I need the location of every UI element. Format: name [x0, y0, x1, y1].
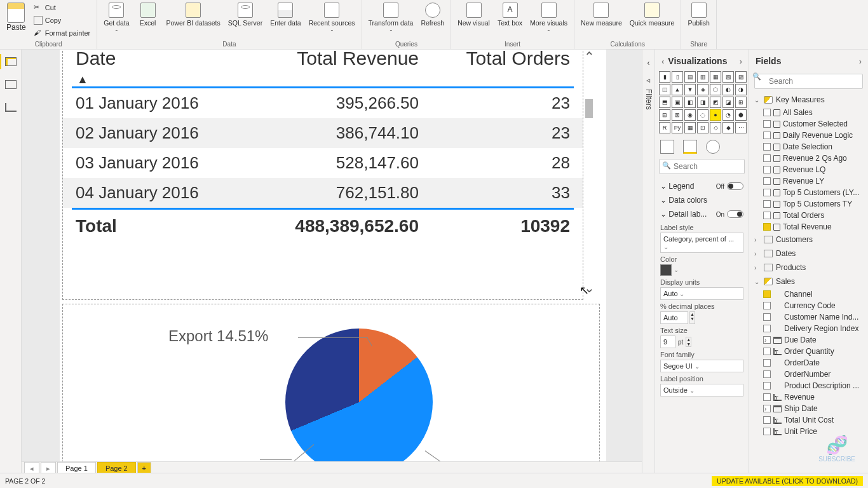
viz-type-icon[interactable]: ⊠ — [672, 109, 683, 121]
viz-type-icon[interactable]: ◑ — [735, 84, 747, 95]
viz-type-icon[interactable]: ◈ — [697, 84, 709, 95]
detail-labels-section[interactable]: ⌄ Detail lab...On — [660, 207, 743, 221]
fields-group-customers[interactable]: ›Customers — [752, 233, 865, 247]
table-row[interactable]: 01 January 2016395,266.5023 — [63, 88, 583, 118]
viz-type-icon[interactable]: ▦ — [684, 122, 696, 133]
data-view-button[interactable] — [3, 76, 19, 93]
fields-search-input[interactable] — [754, 74, 863, 89]
checkbox[interactable] — [763, 393, 771, 401]
fields-group-key_measures[interactable]: ⌄Key Measures — [752, 93, 865, 107]
checkbox[interactable] — [763, 348, 771, 355]
field-item[interactable]: Date Selection — [752, 141, 865, 152]
transform-data-button[interactable]: Transform data⌄ — [366, 1, 416, 34]
quick-measure-button[interactable]: Quick measure — [627, 1, 677, 28]
viz-type-icon[interactable]: ⊟ — [659, 109, 670, 121]
field-item[interactable]: OrderDate — [752, 357, 865, 369]
viz-type-icon[interactable]: ▦ — [710, 71, 721, 83]
field-item[interactable]: Daily Revenue Logic — [752, 130, 865, 141]
fields-group-products[interactable]: ›Products — [752, 261, 865, 274]
text-size-input[interactable]: 9 — [660, 336, 675, 348]
filters-collapsed[interactable]: ‹ ▿ Filters — [642, 50, 654, 473]
viz-type-icon[interactable]: ◨ — [697, 97, 709, 108]
field-item[interactable]: Currency Code — [752, 300, 865, 311]
tab-page2[interactable]: Page 2 — [97, 462, 136, 473]
report-page[interactable]: Date Total Revenue Total Orders ▲ 01 Jan… — [60, 50, 606, 461]
col-revenue[interactable]: Total Revenue — [241, 50, 419, 69]
recent-sources-button[interactable]: Recent sources⌄ — [306, 1, 358, 34]
viz-type-icon[interactable]: ⊞ — [735, 97, 747, 108]
field-item[interactable]: Total Orders — [752, 210, 865, 221]
field-item[interactable]: Delivery Region Index — [752, 323, 865, 334]
format-tab[interactable] — [683, 140, 697, 154]
pie-chart[interactable] — [285, 329, 433, 461]
page-prev-button[interactable]: ◂ — [24, 462, 39, 473]
legend-section[interactable]: ⌄ LegendOff — [660, 179, 743, 193]
checkbox[interactable] — [763, 359, 771, 367]
checkbox[interactable] — [763, 325, 771, 332]
fields-group-sales[interactable]: ⌄Sales — [752, 274, 865, 288]
field-item[interactable]: Top 5 Customers (LY... — [752, 187, 865, 198]
viz-type-icon[interactable]: ▯ — [672, 71, 683, 83]
field-item[interactable]: ›Ship Date — [752, 403, 865, 414]
color-picker[interactable] — [660, 264, 743, 276]
data-colors-section[interactable]: ⌄ Data colors — [660, 193, 743, 207]
viz-type-icon[interactable]: ⬢ — [735, 109, 747, 121]
checkbox[interactable] — [763, 428, 771, 435]
table-visual[interactable]: Date Total Revenue Total Orders ▲ 01 Jan… — [62, 50, 583, 300]
checkbox[interactable] — [763, 313, 771, 321]
pie-visual[interactable]: Export 14.51% Wholesale 54.15% Distribut… — [62, 304, 600, 461]
viz-type-icon[interactable]: ⬒ — [659, 97, 670, 108]
table-row[interactable]: 03 January 2016528,147.6028 — [63, 148, 583, 178]
viz-type-icon[interactable]: ▼ — [684, 84, 696, 95]
font-family-dropdown[interactable]: Segoe UI — [660, 360, 743, 372]
field-item[interactable]: Product Description ... — [752, 380, 865, 391]
checkbox[interactable] — [763, 120, 771, 128]
checkbox[interactable] — [763, 166, 771, 173]
cut-button[interactable]: ✂Cut — [31, 1, 93, 14]
enter-data-button[interactable]: Enter data — [268, 1, 303, 28]
viz-type-icon[interactable]: ▮ — [659, 71, 670, 83]
field-item[interactable]: Order Quantity — [752, 346, 865, 357]
field-item[interactable]: All Sales — [752, 107, 865, 118]
scroll-down-icon[interactable]: ⌄ — [584, 280, 595, 295]
paste-button[interactable]: Paste — [4, 1, 29, 33]
label-style-dropdown[interactable]: Category, percent of ... — [660, 233, 743, 253]
checkbox[interactable] — [763, 223, 771, 231]
viz-type-icon[interactable]: ⬡ — [710, 84, 721, 95]
stepper-down[interactable]: ▼ — [686, 342, 691, 346]
field-item[interactable]: Revenue 2 Qs Ago — [752, 152, 865, 164]
fields-group-dates[interactable]: ›Dates — [752, 247, 865, 261]
checkbox[interactable] — [763, 370, 771, 378]
field-item[interactable]: Total Revenue — [752, 221, 865, 233]
pbi-datasets-button[interactable]: Power BI datasets — [164, 1, 223, 28]
field-item[interactable]: Channel — [752, 288, 865, 300]
col-date[interactable]: Date — [76, 50, 241, 69]
scroll-up-icon[interactable]: ⌃ — [584, 50, 595, 64]
checkbox[interactable] — [763, 109, 771, 116]
stepper-up[interactable]: ▲ — [686, 337, 691, 342]
format-painter-button[interactable]: 🖌Format painter — [31, 27, 93, 39]
get-data-button[interactable]: Get data⌄ — [101, 1, 132, 34]
field-item[interactable]: OrderNumber — [752, 369, 865, 380]
checkbox[interactable] — [763, 212, 771, 219]
legend-toggle[interactable] — [727, 182, 743, 190]
viz-type-icon[interactable]: ▨ — [735, 71, 747, 83]
col-orders[interactable]: Total Orders — [419, 50, 570, 69]
viz-type-icon[interactable]: ◔ — [722, 109, 734, 121]
more-visuals-button[interactable]: More visuals⌄ — [527, 1, 570, 34]
viz-type-icon[interactable]: ▤ — [684, 71, 696, 83]
checkbox[interactable] — [763, 154, 771, 162]
viz-type-icon[interactable]: ▥ — [697, 71, 709, 83]
field-item[interactable]: Unit Price — [752, 426, 865, 437]
checkbox[interactable] — [763, 189, 771, 196]
refresh-button[interactable]: Refresh — [418, 1, 447, 28]
excel-button[interactable]: Excel — [135, 1, 161, 28]
scroll-thumb[interactable] — [585, 99, 593, 118]
field-item[interactable]: Revenue LQ — [752, 164, 865, 175]
viz-type-icon[interactable]: ◌ — [697, 109, 709, 121]
checkbox[interactable] — [763, 177, 771, 185]
checkbox[interactable] — [763, 143, 771, 151]
checkbox[interactable] — [763, 290, 771, 298]
checkbox[interactable] — [763, 200, 771, 208]
update-available-button[interactable]: UPDATE AVAILABLE (CLICK TO DOWNLOAD) — [712, 476, 863, 486]
